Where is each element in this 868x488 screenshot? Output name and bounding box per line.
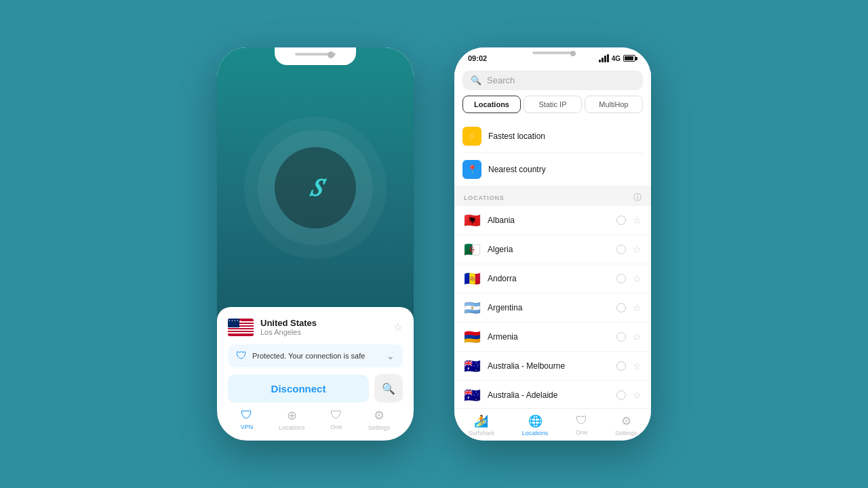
armenia-radio[interactable]: [616, 332, 626, 342]
section-title: LOCATIONS: [464, 195, 505, 201]
vpn-nav-icon: 🛡: [241, 408, 253, 422]
circle-inner: 𝑆: [275, 147, 356, 228]
search-bar[interactable]: 🔍 Search: [462, 70, 643, 90]
albania-star-icon[interactable]: ☆: [633, 215, 642, 226]
settings-nav-icon-r: ⚙: [621, 414, 631, 428]
au-adelaide-flag-icon: 🇦🇺: [464, 387, 481, 403]
list-item[interactable]: 🇦🇲 Armenia ☆: [454, 323, 651, 352]
algeria-star-icon[interactable]: ☆: [633, 244, 642, 255]
list-item[interactable]: 🇦🇷 Argentina ☆: [454, 293, 651, 323]
favorite-star-icon[interactable]: ☆: [393, 321, 403, 333]
vpn-bottom-panel: United States Los Angeles ☆ 🛡 Protected.…: [217, 307, 414, 441]
albania-flag-icon: 🇦🇱: [464, 212, 481, 228]
search-input[interactable]: Search: [487, 75, 515, 85]
armenia-star-icon[interactable]: ☆: [633, 331, 642, 342]
nearest-country-icon: 📍: [462, 160, 481, 179]
list-item[interactable]: 🇩🇿 Algeria ☆: [454, 235, 651, 264]
nav-settings-right[interactable]: ⚙ Settings: [615, 414, 637, 436]
algeria-label: Algeria: [488, 245, 610, 254]
tab-multihop[interactable]: MultiHop: [585, 96, 643, 113]
location-row: United States Los Angeles ☆: [228, 318, 403, 336]
vpn-circle-area: 𝑆: [217, 47, 414, 307]
nav-surfshark[interactable]: 🏄 Surfshark: [468, 414, 494, 436]
protection-status-row[interactable]: 🛡 Protected. Your connection is safe ⌄: [228, 344, 403, 367]
network-label: 4G: [612, 55, 620, 62]
left-phone: 𝑆 United States Los Angeles ☆ 🛡 Protecte…: [217, 47, 414, 441]
signal-icon: [599, 54, 609, 62]
au-melbourne-radio[interactable]: [616, 361, 626, 371]
armenia-label: Armenia: [488, 332, 610, 342]
search-container: 🔍 Search: [454, 65, 651, 96]
settings-nav-label-r: Settings: [615, 430, 637, 436]
one-nav-label: One: [331, 424, 342, 430]
notch-bar-right: [532, 52, 573, 54]
shield-protected-icon: 🛡: [236, 350, 247, 362]
right-bottom-nav: 🏄 Surfshark 🌐 Locations 🛡 One ⚙ Settings: [454, 408, 651, 441]
algeria-radio[interactable]: [616, 245, 626, 254]
disconnect-button[interactable]: Disconnect: [228, 375, 369, 403]
one-nav-icon: 🛡: [330, 408, 342, 422]
location-country: United States: [260, 318, 387, 328]
andorra-flag-icon: 🇦🇩: [464, 270, 481, 287]
list-item[interactable]: 🇦🇺 Australia - Melbourne ☆: [454, 352, 651, 381]
fastest-location-item[interactable]: ⚡ Fastest location: [462, 120, 643, 153]
argentina-flag-icon: 🇦🇷: [464, 300, 481, 316]
location-list: 🇦🇱 Albania ☆ 🇩🇿 Algeria ☆ 🇦🇩 Andorra ☆ 🇦…: [454, 206, 651, 408]
fastest-location-label: Fastest location: [488, 131, 545, 141]
battery-icon: [623, 55, 637, 62]
nav-one-right[interactable]: 🛡 One: [576, 414, 587, 436]
one-nav-label-r: One: [576, 429, 587, 436]
nearest-country-item[interactable]: 📍 Nearest country: [462, 153, 643, 186]
list-item[interactable]: 🇦🇩 Andorra ☆: [454, 264, 651, 293]
list-item[interactable]: 🇦🇱 Albania ☆: [454, 206, 651, 235]
surfshark-logo-icon: 𝑆: [309, 174, 321, 202]
fastest-location-icon: ⚡: [462, 127, 481, 146]
andorra-star-icon[interactable]: ☆: [633, 273, 642, 284]
nav-vpn[interactable]: 🛡 VPN: [241, 408, 254, 431]
locations-nav-icon-r: 🌐: [528, 414, 542, 428]
settings-nav-icon: ⚙: [374, 408, 384, 423]
tab-static-ip[interactable]: Static IP: [524, 96, 582, 113]
settings-nav-label: Settings: [368, 424, 391, 431]
nav-one[interactable]: 🛡 One: [330, 408, 342, 431]
au-adelaide-star-icon[interactable]: ☆: [633, 390, 642, 401]
protection-text: Protected. Your connection is safe: [252, 352, 365, 360]
nav-locations[interactable]: ⊕ Locations: [279, 408, 305, 431]
argentina-radio[interactable]: [616, 303, 626, 312]
locations-nav-icon: ⊕: [287, 408, 297, 423]
au-melbourne-star-icon[interactable]: ☆: [633, 361, 642, 371]
au-melbourne-label: Australia - Melbourne: [488, 361, 610, 371]
right-phone: 09:02 4G 🔍 Search Locat: [454, 47, 651, 441]
locations-content: 🔍 Search Locations Static IP MultiHop ⚡ …: [454, 65, 651, 408]
tab-locations[interactable]: Locations: [462, 96, 521, 113]
locations-section-header: LOCATIONS ⓘ: [454, 186, 651, 206]
one-nav-icon-r: 🛡: [576, 414, 587, 428]
list-item[interactable]: 🇦🇺 Australia - Adelaide ☆: [454, 381, 651, 408]
locations-nav-label-r: Locations: [522, 430, 549, 436]
action-row: Disconnect 🔍: [228, 374, 403, 403]
vpn-nav-label: VPN: [241, 424, 254, 430]
andorra-radio[interactable]: [616, 274, 626, 283]
search-button[interactable]: 🔍: [374, 374, 403, 403]
armenia-flag-icon: 🇦🇲: [464, 329, 481, 345]
andorra-label: Andorra: [488, 274, 610, 283]
locations-nav-label: Locations: [279, 424, 305, 431]
protection-left: 🛡 Protected. Your connection is safe: [236, 350, 365, 362]
argentina-star-icon[interactable]: ☆: [633, 302, 642, 313]
location-city: Los Angeles: [260, 328, 387, 336]
status-time: 09:02: [468, 54, 487, 62]
circle-outer: 𝑆: [244, 117, 387, 259]
bolt-icon: ⚡: [467, 131, 478, 142]
circle-mid: 𝑆: [258, 130, 373, 245]
albania-radio[interactable]: [616, 216, 626, 225]
left-bottom-nav: 🛡 VPN ⊕ Locations 🛡 One ⚙ Settings: [228, 403, 403, 434]
au-melbourne-flag-icon: 🇦🇺: [464, 358, 481, 374]
au-adelaide-radio[interactable]: [616, 390, 626, 400]
nav-settings[interactable]: ⚙ Settings: [368, 408, 391, 431]
au-adelaide-label: Australia - Adelaide: [488, 390, 610, 400]
nav-locations-right[interactable]: 🌐 Locations: [522, 414, 549, 436]
info-icon[interactable]: ⓘ: [633, 192, 642, 203]
right-notch: [512, 47, 593, 62]
search-icon: 🔍: [471, 75, 481, 85]
surfshark-nav-icon: 🏄: [474, 414, 488, 428]
